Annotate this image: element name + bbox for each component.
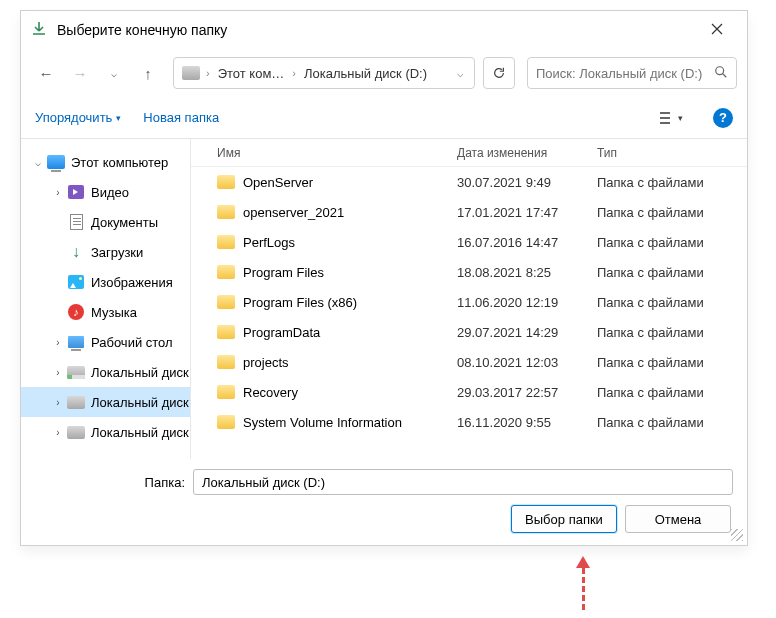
sidebar-item-local-disk-2[interactable]: › Локальный диск xyxy=(21,387,190,417)
sidebar-item-music[interactable]: ♪ Музыка xyxy=(21,297,190,327)
organize-menu[interactable]: Упорядочить ▾ xyxy=(35,110,121,125)
sidebar-item-desktop[interactable]: › Рабочий стол xyxy=(21,327,190,357)
file-name: Program Files (x86) xyxy=(243,295,357,310)
folder-icon xyxy=(217,355,235,369)
sidebar-item-downloads[interactable]: ↓ Загрузки xyxy=(21,237,190,267)
file-type: Папка с файлами xyxy=(591,325,747,340)
table-row[interactable]: Program Files18.08.2021 8:25Папка с файл… xyxy=(191,257,747,287)
file-name: Recovery xyxy=(243,385,298,400)
chevron-right-icon: › xyxy=(51,337,65,348)
search-input[interactable] xyxy=(536,66,714,81)
file-type: Папка с файлами xyxy=(591,415,747,430)
file-type: Папка с файлами xyxy=(591,205,747,220)
list-header: Имя Дата изменения Тип xyxy=(191,139,747,167)
drive-icon xyxy=(67,396,85,409)
documents-icon xyxy=(70,214,83,230)
sidebar-item-label: Локальный диск xyxy=(91,425,190,440)
folder-icon xyxy=(217,385,235,399)
sidebar-item-this-pc[interactable]: ⌵ Этот компьютер xyxy=(21,147,190,177)
file-date: 16.11.2020 9:55 xyxy=(451,415,591,430)
sidebar-item-label: Локальный диск xyxy=(91,365,190,380)
header-type[interactable]: Тип xyxy=(591,146,747,160)
file-date: 17.01.2021 17:47 xyxy=(451,205,591,220)
folder-icon xyxy=(217,205,235,219)
table-row[interactable]: OpenServer30.07.2021 9:49Папка с файлами xyxy=(191,167,747,197)
up-button[interactable]: ↑ xyxy=(133,58,163,88)
sidebar-item-documents[interactable]: Документы xyxy=(21,207,190,237)
sidebar-item-label: Изображения xyxy=(91,275,190,290)
table-row[interactable]: ProgramData29.07.2021 14:29Папка с файла… xyxy=(191,317,747,347)
search-box[interactable] xyxy=(527,57,737,89)
table-row[interactable]: PerfLogs16.07.2016 14:47Папка с файлами xyxy=(191,227,747,257)
address-dropdown[interactable]: ⌵ xyxy=(451,67,470,80)
bottom-panel: Папка: Выбор папки Отмена xyxy=(21,459,747,545)
folder-icon xyxy=(217,295,235,309)
sidebar-item-label: Документы xyxy=(91,215,190,230)
annotation-arrow xyxy=(568,556,598,614)
sidebar-item-label: Этот компьютер xyxy=(71,155,190,170)
file-type: Папка с файлами xyxy=(591,355,747,370)
navigation-bar: ← → ⌵ ↑ › Этот ком… › Локальный диск (D:… xyxy=(21,49,747,97)
table-row[interactable]: openserver_202117.01.2021 17:47Папка с ф… xyxy=(191,197,747,227)
toolbar: Упорядочить ▾ Новая папка ▾ ? xyxy=(21,97,747,139)
table-row[interactable]: System Volume Information16.11.2020 9:55… xyxy=(191,407,747,437)
new-folder-button[interactable]: Новая папка xyxy=(143,110,219,125)
organize-label: Упорядочить xyxy=(35,110,112,125)
chevron-down-icon: ⌵ xyxy=(31,157,45,168)
download-icon: ↓ xyxy=(67,243,85,261)
chevron-right-icon: › xyxy=(51,367,65,378)
refresh-button[interactable] xyxy=(483,57,515,89)
file-type: Папка с файлами xyxy=(591,385,747,400)
chevron-right-icon: › xyxy=(292,67,296,79)
table-row[interactable]: Program Files (x86)11.06.2020 12:19Папка… xyxy=(191,287,747,317)
drive-icon xyxy=(67,426,85,439)
chevron-right-icon: › xyxy=(51,397,65,408)
header-modified[interactable]: Дата изменения xyxy=(451,146,591,160)
sidebar-item-label: Локальный диск xyxy=(91,395,190,410)
chevron-right-icon: › xyxy=(51,427,65,438)
folder-icon xyxy=(217,265,235,279)
address-bar[interactable]: › Этот ком… › Локальный диск (D:) ⌵ xyxy=(173,57,475,89)
drive-icon xyxy=(182,66,200,80)
sidebar-item-images[interactable]: Изображения xyxy=(21,267,190,297)
chevron-down-icon: ▾ xyxy=(116,113,121,123)
back-button[interactable]: ← xyxy=(31,58,61,88)
folder-icon xyxy=(217,175,235,189)
sidebar-item-video[interactable]: › Видео xyxy=(21,177,190,207)
history-dropdown[interactable]: ⌵ xyxy=(99,58,129,88)
body-panel: ⌵ Этот компьютер › Видео Документы ↓ Заг… xyxy=(21,139,747,459)
file-name: OpenServer xyxy=(243,175,313,190)
breadcrumb-this-pc[interactable]: Этот ком… xyxy=(212,62,291,85)
sidebar-tree: ⌵ Этот компьютер › Видео Документы ↓ Заг… xyxy=(21,139,191,459)
file-name: Program Files xyxy=(243,265,324,280)
drive-icon xyxy=(67,366,85,379)
dialog-buttons: Выбор папки Отмена xyxy=(35,505,733,533)
sidebar-item-label: Рабочий стол xyxy=(91,335,190,350)
resize-grip[interactable] xyxy=(731,529,743,541)
close-button[interactable] xyxy=(697,22,737,38)
header-name[interactable]: Имя xyxy=(211,146,451,160)
file-date: 29.03.2017 22:57 xyxy=(451,385,591,400)
table-row[interactable]: Recovery29.03.2017 22:57Папка с файлами xyxy=(191,377,747,407)
file-type: Папка с файлами xyxy=(591,235,747,250)
sidebar-item-label: Музыка xyxy=(91,305,190,320)
view-options-button[interactable]: ▾ xyxy=(653,105,687,131)
table-row[interactable]: projects08.10.2021 12:03Папка с файлами xyxy=(191,347,747,377)
file-date: 18.08.2021 8:25 xyxy=(451,265,591,280)
forward-button[interactable]: → xyxy=(65,58,95,88)
sidebar-item-local-disk-3[interactable]: › Локальный диск xyxy=(21,417,190,447)
list-body[interactable]: OpenServer30.07.2021 9:49Папка с файлами… xyxy=(191,167,747,459)
folder-name-input[interactable] xyxy=(193,469,733,495)
file-name: projects xyxy=(243,355,289,370)
pc-icon xyxy=(47,155,65,169)
video-icon xyxy=(68,185,84,199)
select-folder-button[interactable]: Выбор папки xyxy=(511,505,617,533)
file-name: ProgramData xyxy=(243,325,320,340)
file-date: 11.06.2020 12:19 xyxy=(451,295,591,310)
sidebar-item-local-disk-1[interactable]: › Локальный диск xyxy=(21,357,190,387)
file-type: Папка с файлами xyxy=(591,175,747,190)
breadcrumb-drive[interactable]: Локальный диск (D:) xyxy=(298,62,433,85)
help-button[interactable]: ? xyxy=(713,108,733,128)
svg-point-0 xyxy=(716,66,724,74)
cancel-button[interactable]: Отмена xyxy=(625,505,731,533)
